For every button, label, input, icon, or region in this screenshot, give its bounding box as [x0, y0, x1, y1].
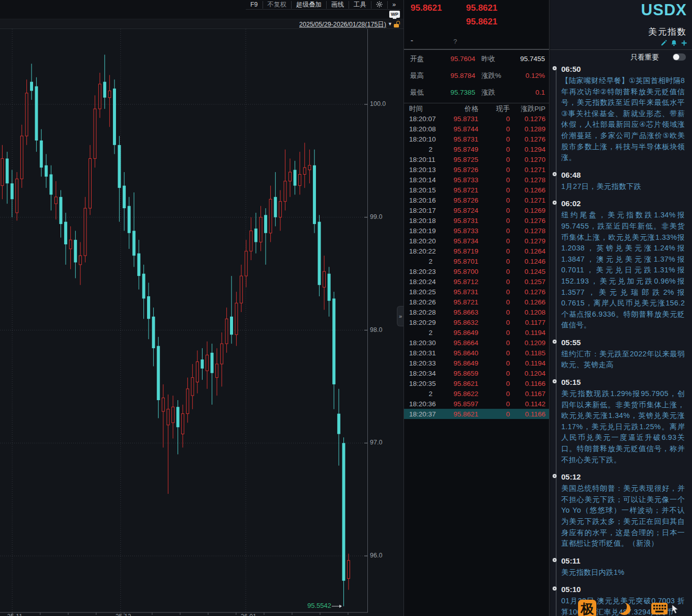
- table-row[interactable]: 18:20:2595.873100.1276: [404, 287, 549, 297]
- placeholder-dash: -: [411, 36, 413, 44]
- news-item[interactable]: 06:02纽约尾盘，美元指数跌1.34%报95.7455，跌至近四年新低。非美货…: [550, 199, 692, 338]
- table-row[interactable]: 18:20:2895.866300.1208: [404, 307, 549, 317]
- x-axis-label: 25-11: [7, 613, 22, 616]
- trade-pip: 0.1276: [510, 217, 545, 225]
- trade-volume: 0: [478, 247, 510, 255]
- trade-price: 95.8621: [432, 380, 478, 387]
- date-range-selector[interactable]: 2025/05/29-2026/01/28(175日): [299, 20, 386, 29]
- table-row[interactable]: 18:20:0895.874400.1289: [404, 124, 549, 134]
- y-axis-label: 99.0: [370, 213, 382, 220]
- table-row[interactable]: 18:20:1795.872400.1269: [404, 205, 549, 215]
- news-text: 美元指数日内跌1%: [561, 567, 685, 578]
- trade-price: 95.8701: [432, 258, 478, 265]
- table-row[interactable]: 18:20:3395.864900.1194: [404, 358, 549, 368]
- importance-toggle[interactable]: [673, 53, 686, 61]
- trade-time: 18:20:13: [404, 166, 432, 174]
- table-row[interactable]: 18:20:2095.873400.1279: [404, 236, 549, 246]
- y-axis-label: 98.0: [370, 326, 382, 333]
- last-price-2: 95.8621: [466, 3, 497, 13]
- table-row[interactable]: 18:20:2495.871200.1257: [404, 276, 549, 287]
- trade-time: 2: [404, 390, 432, 398]
- trade-volume: 0: [478, 359, 510, 367]
- importance-filter-label: 只看重要: [630, 53, 659, 62]
- divider: [404, 103, 549, 103]
- trade-pip: 0.1264: [510, 247, 545, 255]
- news-item[interactable]: 06:481月27日，美元指数下跌: [550, 170, 692, 199]
- table-row[interactable]: 18:20:2295.871900.1264: [404, 246, 549, 256]
- bell-icon[interactable]: [671, 40, 677, 46]
- table-row[interactable]: 18:20:1495.873300.1278: [404, 175, 549, 185]
- y-axis-label: 96.0: [370, 552, 382, 559]
- lock-icon[interactable]: [394, 21, 400, 28]
- news-time: 05:55: [561, 338, 685, 348]
- trade-pip: 0.1278: [510, 227, 545, 235]
- trade-pip: 0.1167: [510, 390, 545, 398]
- toolbar-item-draw-line[interactable]: 画线: [326, 1, 349, 9]
- keyboard-icon[interactable]: [651, 603, 668, 615]
- trade-price: 95.8726: [432, 197, 478, 204]
- ime-icon[interactable]: 极: [578, 600, 596, 616]
- table-row[interactable]: 295.870100.1246: [404, 256, 549, 266]
- trade-time: 18:20:28: [404, 309, 432, 316]
- toolbar-item-f9[interactable]: F9: [246, 1, 263, 9]
- chart-panel: F9 不复权 超级叠加 画线 工具 » WP 2025/05/29: [0, 0, 403, 616]
- table-row[interactable]: 18:20:2395.870000.1245: [404, 266, 549, 276]
- table-row[interactable]: 18:20:1095.873100.1276: [404, 134, 549, 144]
- trade-pip: 0.1142: [510, 400, 545, 408]
- news-text: 纽约汇市：美元跌至2022年以来最弱 欧元、英镑走高: [561, 349, 685, 371]
- edit-icon[interactable]: [660, 40, 667, 46]
- low-annotation: 95.5542: [307, 602, 331, 609]
- trade-time: 18:20:31: [404, 349, 432, 357]
- trade-pip: 0.1204: [510, 370, 545, 377]
- trade-volume: 0: [478, 258, 510, 265]
- toolbar-item-super-overlay[interactable]: 超级叠加: [291, 1, 326, 9]
- table-row[interactable]: 18:20:1395.872600.1271: [404, 164, 549, 175]
- trade-pip: 0.1270: [510, 156, 545, 163]
- panel-expander[interactable]: »: [397, 306, 403, 326]
- news-time: 05:11: [561, 556, 685, 566]
- table-row[interactable]: 18:20:1995.873300.1278: [404, 226, 549, 236]
- table-row[interactable]: 18:20:1695.872600.1271: [404, 195, 549, 205]
- trade-pip: 0.1269: [510, 207, 545, 214]
- table-row[interactable]: 18:20:3695.859700.1142: [404, 399, 549, 409]
- table-row[interactable]: 18:20:3195.864000.1185: [404, 348, 549, 358]
- news-item[interactable]: 05:12美国总统特朗普：美元表现很好，并不担心美元下跌；可以让美元像一个Yo …: [550, 472, 692, 556]
- add-icon[interactable]: [681, 40, 687, 46]
- table-row[interactable]: 18:20:3795.862100.1166: [404, 409, 549, 419]
- candlestick-chart[interactable]: [0, 29, 368, 616]
- table-row[interactable]: 18:20:3495.865900.1204: [404, 368, 549, 378]
- news-item[interactable]: 05:55纽约汇市：美元跌至2022年以来最弱 欧元、英镑走高: [550, 338, 692, 377]
- instrument-name: 美元指数: [648, 26, 687, 38]
- table-row[interactable]: 18:20:2695.872100.1266: [404, 297, 549, 307]
- table-row[interactable]: 18:20:1895.873100.1276: [404, 215, 549, 226]
- table-row[interactable]: 295.874900.1294: [404, 144, 549, 154]
- toolbar-item-tools[interactable]: 工具: [349, 1, 371, 9]
- table-row[interactable]: 18:20:1595.872100.1266: [404, 185, 549, 195]
- y-axis-label: 97.0: [370, 439, 382, 446]
- gear-icon[interactable]: [371, 1, 387, 9]
- news-item[interactable]: 05:11美元指数日内跌1%: [550, 556, 692, 585]
- table-row[interactable]: 295.862200.1167: [404, 388, 549, 399]
- col-volume: 现手: [478, 104, 510, 114]
- table-row[interactable]: 295.864900.1194: [404, 327, 549, 338]
- change-value: 0.1: [510, 89, 545, 96]
- table-row[interactable]: 18:20:0795.873100.1276: [404, 114, 549, 124]
- toolbar-item-no-adjust[interactable]: 不复权: [263, 1, 292, 9]
- table-row[interactable]: 18:20:1195.872500.1270: [404, 154, 549, 164]
- toggle-knob: [673, 54, 679, 60]
- trade-price: 95.8726: [432, 166, 478, 174]
- wp-badge-icon[interactable]: WP: [389, 11, 400, 18]
- table-row[interactable]: 18:20:3595.862100.1166: [404, 378, 549, 388]
- trade-volume: 0: [478, 349, 510, 357]
- trade-volume: 0: [478, 400, 510, 408]
- last-price-1: 95.8621: [411, 3, 442, 13]
- table-row[interactable]: 18:20:3095.866400.1209: [404, 338, 549, 348]
- news-item[interactable]: 05:15美元指数现跌1.29%报95.7905，创四年以来新低。非美货币集体上…: [550, 377, 692, 472]
- trades-table: 18:20:0795.873100.127618:20:0895.874400.…: [404, 114, 549, 419]
- moon-icon[interactable]: [615, 601, 627, 613]
- news-panel: USDX 美元指数 只看重要 06:50【陆家嘴财经早餐】①英国首相时隔8年再次…: [550, 0, 692, 616]
- chevron-down-icon[interactable]: ▼: [388, 21, 392, 26]
- toolbar-more-button[interactable]: »: [387, 1, 400, 9]
- news-item[interactable]: 06:50【陆家嘴财经早餐】①英国首相时隔8年再次访华②特朗普释放美元贬值信号，…: [550, 64, 692, 170]
- table-row[interactable]: 18:20:2995.863200.1177: [404, 317, 549, 327]
